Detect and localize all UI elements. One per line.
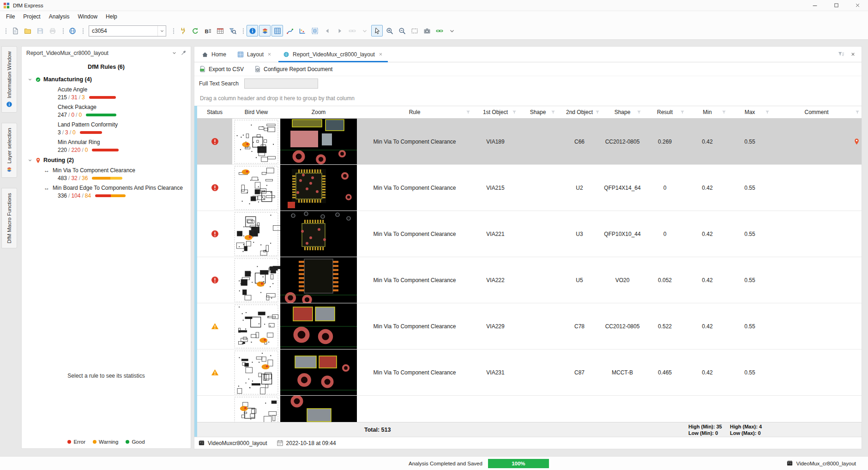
information-window-toggle-button[interactable]	[247, 25, 258, 36]
maximize-button[interactable]	[826, 0, 847, 11]
column-header-max[interactable]: Max	[728, 106, 772, 118]
close-tab-icon[interactable]	[267, 52, 272, 57]
component-library-combobox[interactable]: c3054	[89, 25, 166, 36]
column-header-shape-5[interactable]: Shape	[518, 106, 557, 118]
filter-icon[interactable]	[636, 109, 642, 115]
column-header-comment[interactable]: Comment	[772, 106, 862, 118]
column-header-1st-object[interactable]: 1st Object	[472, 106, 518, 118]
birdview-image[interactable]	[232, 396, 280, 422]
close-pane-button[interactable]	[850, 51, 856, 57]
birdview-image[interactable]	[232, 165, 280, 211]
zoom-image[interactable]	[280, 119, 357, 164]
filter-icon[interactable]	[855, 109, 860, 115]
layer-selection-toggle-button[interactable]	[259, 25, 271, 36]
result-row[interactable]: Min Via To Component ClearanceVIA222U5VO…	[197, 257, 862, 303]
zoom-image[interactable]	[280, 396, 357, 422]
filter-documents-button[interactable]	[838, 51, 844, 58]
configure-report-document-button[interactable]: Configure Report Document	[254, 66, 332, 72]
search-filter-button[interactable]	[227, 25, 238, 36]
tab-layout[interactable]: Layout	[232, 47, 277, 62]
menu-item-file[interactable]: File	[2, 12, 19, 21]
column-header-min[interactable]: Min	[687, 106, 728, 118]
result-row[interactable]: Min Via To Component ClearanceVIA229C78C…	[197, 303, 862, 349]
locate-result-marker[interactable]	[853, 138, 860, 145]
rule-group-manufacturing-4[interactable]: Manufacturing (4)	[22, 74, 191, 84]
sync-project-button[interactable]	[66, 25, 78, 36]
birdview-image[interactable]	[232, 349, 280, 395]
menu-item-help[interactable]: Help	[102, 12, 121, 21]
menu-item-project[interactable]: Project	[19, 12, 44, 21]
more-tools-button[interactable]	[446, 25, 458, 36]
side-tab-information-window[interactable]: Information Window	[1, 46, 17, 113]
collapse-panel-button[interactable]	[169, 48, 179, 58]
column-header-status[interactable]: Status	[197, 106, 232, 118]
side-tab-layer-selection[interactable]: Layer selection	[1, 123, 17, 178]
filter-icon[interactable]	[721, 109, 727, 115]
report-table-button[interactable]	[214, 25, 226, 36]
export-to-csv-button[interactable]: Export to CSV	[199, 66, 244, 72]
result-row[interactable]: Min Via To Component ClearanceVIA221U3QF…	[197, 211, 862, 257]
filter-icon[interactable]	[680, 109, 685, 115]
birdview-image[interactable]	[232, 211, 280, 257]
rule-group-routing-2[interactable]: Routing (2)	[22, 155, 191, 165]
next-result-button[interactable]	[334, 25, 345, 36]
open-project-button[interactable]	[22, 25, 33, 36]
filter-icon[interactable]	[465, 109, 471, 115]
menu-item-window[interactable]: Window	[73, 12, 102, 21]
minimize-button[interactable]	[804, 0, 826, 11]
birdview-image[interactable]	[232, 119, 280, 164]
region-select-button[interactable]	[309, 25, 320, 36]
close-button[interactable]	[847, 0, 868, 11]
filter-icon[interactable]	[512, 109, 517, 115]
combobox-dropdown-button[interactable]	[157, 26, 166, 36]
net-trace-button[interactable]	[296, 25, 308, 36]
tab-home[interactable]: Home	[196, 47, 232, 62]
snapshot-button[interactable]	[421, 25, 433, 36]
zoom-image[interactable]	[280, 257, 357, 303]
side-tab-dfm-macro-functions[interactable]: DfM Macro Functions	[1, 188, 17, 248]
route-check-button[interactable]	[284, 25, 295, 36]
column-header-shape-7[interactable]: Shape	[602, 106, 643, 118]
column-header-result[interactable]: Result	[643, 106, 687, 118]
result-row[interactable]	[197, 396, 862, 422]
birdview-image[interactable]	[232, 257, 280, 303]
full-text-search-input[interactable]	[244, 78, 318, 89]
filter-icon[interactable]	[550, 109, 556, 115]
grid-view-toggle-button[interactable]	[271, 25, 283, 36]
zoom-out-button[interactable]	[396, 25, 408, 36]
select-pointer-button[interactable]	[371, 25, 383, 36]
expander-icon[interactable]	[27, 77, 33, 82]
result-row[interactable]: Min Via To Component ClearanceVIA231C87M…	[197, 349, 862, 396]
rule-item-acute-angle[interactable]: Acute Angle215 / 31 / 3	[22, 84, 191, 102]
zoom-image[interactable]	[280, 303, 357, 349]
rerun-analysis-button[interactable]	[189, 25, 201, 36]
filter-icon[interactable]	[595, 109, 600, 115]
filter-icon[interactable]	[765, 109, 770, 115]
column-header-rule[interactable]: Rule	[357, 106, 472, 118]
birdview-image[interactable]	[232, 303, 280, 349]
previous-result-button[interactable]	[321, 25, 333, 36]
bga-view-button[interactable]: B	[202, 25, 213, 36]
result-row[interactable]: Min Via To Component ClearanceVIA189C66C…	[197, 119, 862, 165]
link-views-button[interactable]	[434, 25, 445, 36]
rule-item-min-board-edge-to-components-and-pins-clearance[interactable]: ↔Min Board Edge To Components And Pins C…	[22, 183, 191, 200]
zoom-image[interactable]	[280, 349, 357, 395]
net-probe-button[interactable]	[177, 25, 188, 36]
close-tab-icon[interactable]	[378, 52, 383, 57]
expander-icon[interactable]	[27, 157, 33, 163]
zoom-image[interactable]	[280, 211, 357, 257]
new-document-button[interactable]	[9, 25, 21, 36]
menu-item-analysis[interactable]: Analysis	[45, 12, 74, 21]
rule-item-land-pattern-conformity[interactable]: Land Pattern Conformity3 / 3 / 0	[22, 120, 191, 137]
result-row[interactable]: Min Via To Component ClearanceVIA215U2QF…	[197, 165, 862, 211]
rule-item-min-via-to-component-clearance[interactable]: ↔Min Via To Component Clearance483 / 32 …	[22, 165, 191, 183]
zoom-window-button[interactable]	[409, 25, 420, 36]
zoom-in-button[interactable]	[384, 25, 395, 36]
zoom-image[interactable]	[280, 165, 357, 211]
rule-item-min-annular-ring[interactable]: Min Annular Ring220 / 220 / 0	[22, 137, 191, 155]
column-header-zoom[interactable]: Zoom	[280, 106, 357, 118]
column-header-2nd-object[interactable]: 2nd Object	[557, 106, 602, 118]
column-header-bird-view[interactable]: Bird View	[232, 106, 280, 118]
rule-item-check-package[interactable]: Check Package247 / 0 / 0	[22, 102, 191, 120]
pin-panel-button[interactable]	[179, 48, 188, 58]
